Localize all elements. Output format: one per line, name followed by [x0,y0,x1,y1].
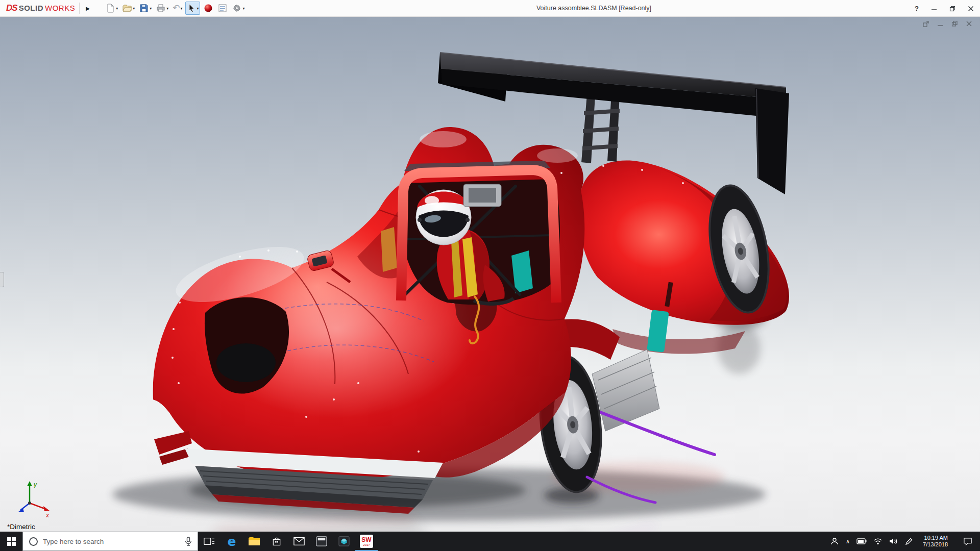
action-center-icon [963,537,972,545]
minimize-icon [931,6,937,12]
caret-down-icon: ▾ [116,6,118,11]
3d-model-canvas[interactable] [0,17,980,532]
console-app-icon [316,536,327,546]
document-title: Voiture assomblee.SLDASM [Read-only] [536,0,651,17]
sw-tile-text: SW [361,537,371,543]
caret-down-icon: ▾ [133,6,135,11]
battery-icon[interactable] [856,538,867,544]
caret-down-icon: ▾ [166,6,168,11]
brand-text-works: WORKS [45,4,75,12]
separator [79,3,80,14]
print-icon [156,3,166,13]
solidworks-window: DS SOLID WORKS ▶ ▾ ▾ [0,0,980,551]
undo-icon: ↶ [173,3,180,13]
save-icon [139,3,149,13]
clock-date: 7/13/2018 [923,541,948,548]
store-icon [272,536,282,546]
brand-text-solid: SOLID [19,4,43,12]
console-app-button[interactable] [310,532,333,551]
windows-ink-icon[interactable] [905,537,913,545]
driver-helmet [416,190,471,245]
sheet-icon [217,3,228,13]
edge-icon: e [228,534,236,549]
doc-minimize-icon[interactable] [937,20,944,28]
mail-icon [293,537,305,546]
taskbar-clock[interactable]: 10:19 AM 7/13/2018 [920,535,951,548]
doc-restore-icon[interactable] [951,20,959,28]
clock-time: 10:19 AM [923,535,948,541]
windows-taskbar: e [0,532,980,551]
appearance-button[interactable] [202,2,214,15]
caret-down-icon: ▾ [180,6,182,11]
sheet-button[interactable] [216,2,229,15]
open-icon [122,3,132,13]
network-icon[interactable] [873,538,883,545]
caret-down-icon: ▾ [197,6,199,11]
help-button[interactable]: ? [915,5,919,12]
panel-collapse-tab[interactable] [0,272,4,287]
file-explorer-icon [248,536,260,546]
solidworks-logo: DS SOLID WORKS [6,3,75,13]
options-button[interactable]: ▾ [231,2,246,15]
close-icon [968,6,974,12]
y-axis-arrow [27,481,32,486]
title-bar: DS SOLID WORKS ▶ ▾ ▾ [0,0,980,17]
new-document-icon [105,3,115,13]
restore-icon [949,6,955,12]
windows-logo-icon [7,537,16,546]
solidworks-taskbar-button[interactable]: SW 2017 [355,532,378,551]
graphics-area[interactable]: y x *Dimetric [0,17,980,532]
appearance-sphere-icon [203,3,213,13]
ds-logo-icon: DS [6,3,17,13]
save-button[interactable]: ▾ [138,2,153,15]
store-button[interactable] [265,532,288,551]
print-button[interactable]: ▾ [155,2,169,15]
mail-button[interactable] [288,532,310,551]
wing-struts [581,92,620,163]
orientation-triad[interactable]: y x [13,480,54,518]
cad-viewer-icon [338,536,350,546]
select-tool-button[interactable]: ▾ [185,2,200,15]
minimize-button[interactable] [931,6,937,12]
search-input[interactable] [43,538,179,545]
action-center-button[interactable] [958,537,978,545]
doc-close-icon[interactable] [965,20,973,28]
undo-button[interactable]: ↶ ▾ [172,2,183,15]
select-cursor-icon [187,3,196,13]
front-canards [154,431,192,465]
gear-icon [232,3,242,13]
y-axis-label: y [33,481,37,488]
file-explorer-button[interactable] [243,532,265,551]
restore-button[interactable] [949,6,955,12]
solidworks-app-icon: SW 2017 [360,535,373,548]
caret-down-icon: ▾ [242,6,244,11]
system-tray: ∧ 10:19 AM 7/13/2018 [830,535,980,548]
caret-down-icon: ▾ [150,6,152,11]
cortana-icon [29,537,38,546]
task-view-button[interactable] [198,532,220,551]
x-axis-label: x [45,512,50,518]
task-view-icon [204,537,215,546]
sw-tile-year: 2017 [363,543,370,546]
document-window-controls [922,20,973,28]
hidden-icons-chevron[interactable]: ∧ [846,538,850,545]
edge-button[interactable]: e [220,532,243,551]
taskbar-search[interactable] [22,532,198,551]
doc-float-icon[interactable] [922,20,930,28]
volume-icon[interactable] [889,538,898,545]
microphone-icon[interactable] [184,537,192,546]
people-icon[interactable] [830,537,839,545]
quick-access-toolbar: ▾ ▾ ▾ [104,2,246,15]
x-axis-arrow [43,506,50,511]
menu-flyout-button[interactable]: ▶ [84,6,92,11]
cad-viewer-button[interactable] [333,532,355,551]
open-button[interactable]: ▾ [121,2,136,15]
race-car-model[interactable] [153,53,789,514]
start-button[interactable] [0,532,22,551]
view-orientation-label: *Dimetric [7,523,35,531]
close-button[interactable] [968,6,974,12]
new-document-button[interactable]: ▾ [104,2,119,15]
window-controls: ? [915,0,974,17]
